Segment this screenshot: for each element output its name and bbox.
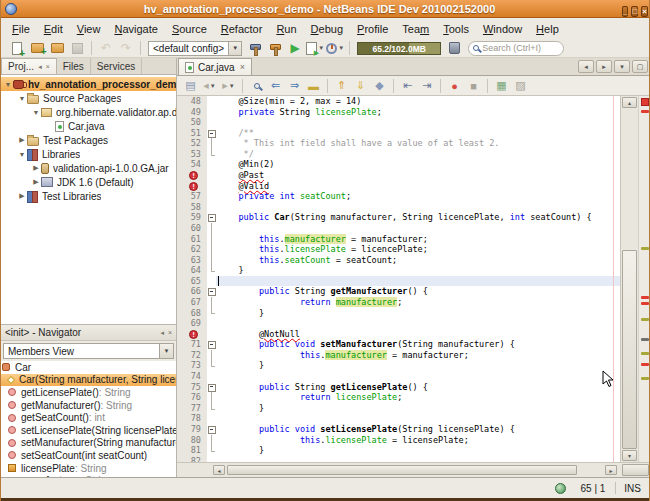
navigator-item[interactable]: getSeatCount() : int bbox=[1, 411, 176, 424]
error-stripe-mark[interactable] bbox=[641, 296, 649, 299]
code-line[interactable]: 50 bbox=[177, 117, 620, 128]
expander-icon[interactable]: ▶ bbox=[31, 164, 41, 172]
tab-files[interactable]: Files bbox=[57, 58, 91, 74]
error-stripe[interactable] bbox=[638, 96, 650, 462]
previous-bookmark-button[interactable]: ⇑ bbox=[333, 78, 350, 93]
scroll-tabs-left-button[interactable]: ◂ bbox=[578, 60, 594, 73]
code-line[interactable]: 58 bbox=[177, 202, 620, 213]
error-stripe-mark[interactable] bbox=[641, 338, 649, 341]
code-line[interactable]: 68 } bbox=[177, 308, 620, 319]
code-line[interactable]: 65 bbox=[177, 276, 620, 287]
file-error-indicator[interactable] bbox=[641, 98, 649, 106]
tree-item[interactable]: ▶Test Packages bbox=[1, 133, 176, 147]
chevron-down-icon[interactable]: ▼ bbox=[159, 344, 173, 358]
expander-icon[interactable]: ▶ bbox=[31, 178, 41, 186]
find-next-button[interactable]: ⇒ bbox=[286, 78, 303, 93]
error-stripe-mark[interactable] bbox=[641, 318, 649, 321]
code-editor[interactable]: 48 @Size(min = 2, max = 14)49 private St… bbox=[177, 96, 620, 462]
tab-proj[interactable]: Proj...◂× bbox=[1, 58, 57, 74]
expander-icon[interactable]: ▼ bbox=[3, 81, 13, 88]
error-icon[interactable]: ! bbox=[189, 330, 198, 339]
code-line[interactable]: 75 public String getLicensePlate() { bbox=[177, 382, 620, 393]
tree-item[interactable]: ▼org.hibernate.validator.ap.dem bbox=[1, 105, 176, 119]
navigator-item[interactable]: getManufacturer() : String bbox=[1, 399, 176, 412]
error-icon[interactable]: ! bbox=[189, 171, 198, 180]
error-stripe-mark[interactable] bbox=[641, 247, 649, 250]
tree-item[interactable]: Car.java bbox=[1, 119, 176, 133]
menu-refactor[interactable]: Refactor bbox=[214, 21, 270, 37]
expander-icon[interactable]: ▼ bbox=[31, 109, 41, 116]
error-stripe-mark[interactable] bbox=[641, 302, 649, 305]
config-select[interactable]: <default config>▼ bbox=[148, 41, 242, 56]
code-line[interactable]: 77 } bbox=[177, 403, 620, 414]
tree-item[interactable]: ▶validation-api-1.0.0.GA.jar bbox=[1, 161, 176, 175]
search-box[interactable]: Search (Ctrl+I) bbox=[468, 41, 564, 56]
open-project-button[interactable] bbox=[48, 40, 66, 56]
find-previous-button[interactable]: ⇐ bbox=[267, 78, 284, 93]
expander-icon[interactable]: ▶ bbox=[17, 192, 27, 200]
find-button[interactable] bbox=[248, 78, 265, 93]
error-stripe-mark[interactable] bbox=[641, 363, 649, 366]
comment-button[interactable]: ▦ bbox=[493, 78, 510, 93]
menu-edit[interactable]: Edit bbox=[37, 21, 70, 37]
expander-icon[interactable]: ▼ bbox=[17, 151, 27, 158]
clean-build-button[interactable] bbox=[266, 40, 284, 56]
scrollbar-thumb[interactable] bbox=[622, 250, 637, 449]
close-button[interactable]: × bbox=[641, 6, 648, 17]
memory-meter[interactable]: 65.2/102.0MB bbox=[357, 42, 441, 55]
code-line[interactable]: 61 this.manufacturer = manufacturer; bbox=[177, 234, 620, 245]
menu-debug[interactable]: Debug bbox=[304, 21, 350, 37]
chevron-down-icon[interactable]: ▼ bbox=[228, 42, 241, 55]
close-tab-icon[interactable]: × bbox=[240, 62, 245, 72]
menu-team[interactable]: Team bbox=[395, 21, 436, 37]
navigator-item[interactable]: licensePlate : String bbox=[1, 462, 176, 475]
code-line[interactable]: ! @NotNull bbox=[177, 329, 620, 340]
projects-tree[interactable]: ▼hv_annotation_processor_dem▼Source Pack… bbox=[1, 75, 176, 324]
tree-item[interactable]: ▶Test Libraries bbox=[1, 189, 176, 203]
fold-marker[interactable] bbox=[207, 212, 216, 223]
forward-button[interactable]: ▸▼ bbox=[220, 78, 237, 93]
navigator-view-select[interactable]: Members View ▼ bbox=[3, 343, 174, 359]
close-navigator-icon[interactable]: × bbox=[168, 329, 172, 336]
error-icon[interactable]: ! bbox=[189, 182, 198, 191]
code-line[interactable]: 52 * This int field shall have a value o… bbox=[177, 138, 620, 149]
code-line[interactable]: 79 public void setLicensePlate(String li… bbox=[177, 424, 620, 435]
code-line[interactable]: 73 } bbox=[177, 360, 620, 371]
tab-list-button[interactable]: ▾ bbox=[614, 60, 630, 73]
code-line[interactable]: 81 } bbox=[177, 445, 620, 456]
code-line[interactable]: 69 bbox=[177, 318, 620, 329]
navigator-item[interactable]: getLicensePlate() : String bbox=[1, 386, 176, 399]
fold-marker[interactable] bbox=[207, 128, 216, 139]
shift-line-left-button[interactable]: ⇤ bbox=[399, 78, 416, 93]
toggle-highlight-button[interactable]: ▬ bbox=[305, 78, 322, 93]
code-line[interactable]: 49 private String licensePlate; bbox=[177, 107, 620, 118]
gc-button[interactable] bbox=[445, 40, 463, 56]
navigator-item[interactable]: setSeatCount(int seatCount) bbox=[1, 449, 176, 462]
tab-services[interactable]: Services bbox=[91, 58, 142, 74]
fold-marker[interactable] bbox=[207, 286, 216, 297]
tree-item[interactable]: ▼Source Packages bbox=[1, 91, 176, 105]
code-line[interactable]: 71 public void setManufacturer(String ma… bbox=[177, 339, 620, 350]
code-line[interactable]: 66 public String getManufacturer() { bbox=[177, 286, 620, 297]
scroll-tabs-right-button[interactable]: ▸ bbox=[596, 60, 612, 73]
code-line[interactable]: 54 @Min(2) bbox=[177, 159, 620, 170]
code-line[interactable]: 74 bbox=[177, 371, 620, 382]
menu-navigate[interactable]: Navigate bbox=[107, 21, 164, 37]
maximize-editor-button[interactable]: ▢ bbox=[632, 60, 648, 73]
menu-profile[interactable]: Profile bbox=[350, 21, 395, 37]
code-line[interactable]: 53 */ bbox=[177, 149, 620, 160]
menu-help[interactable]: Help bbox=[529, 21, 566, 37]
error-stripe-mark[interactable] bbox=[641, 352, 649, 355]
code-line[interactable]: 72 this.manufacturer = manufacturer; bbox=[177, 350, 620, 361]
code-line[interactable]: 64 } bbox=[177, 265, 620, 276]
scroll-up-icon[interactable]: ▴ bbox=[622, 97, 637, 108]
code-line[interactable]: 57 private int seatCount; bbox=[177, 191, 620, 202]
back-button[interactable]: ◂▼ bbox=[201, 78, 218, 93]
error-stripe-mark[interactable] bbox=[641, 377, 649, 380]
next-bookmark-button[interactable]: ⇓ bbox=[352, 78, 369, 93]
code-line[interactable]: ! @Past bbox=[177, 170, 620, 181]
editor-vertical-scrollbar[interactable]: ▴ ▾ bbox=[620, 96, 638, 462]
minimize-button[interactable]: _ bbox=[622, 6, 628, 17]
run-button[interactable]: ▶ bbox=[286, 40, 304, 56]
scrollbar-thumb[interactable] bbox=[227, 465, 577, 475]
